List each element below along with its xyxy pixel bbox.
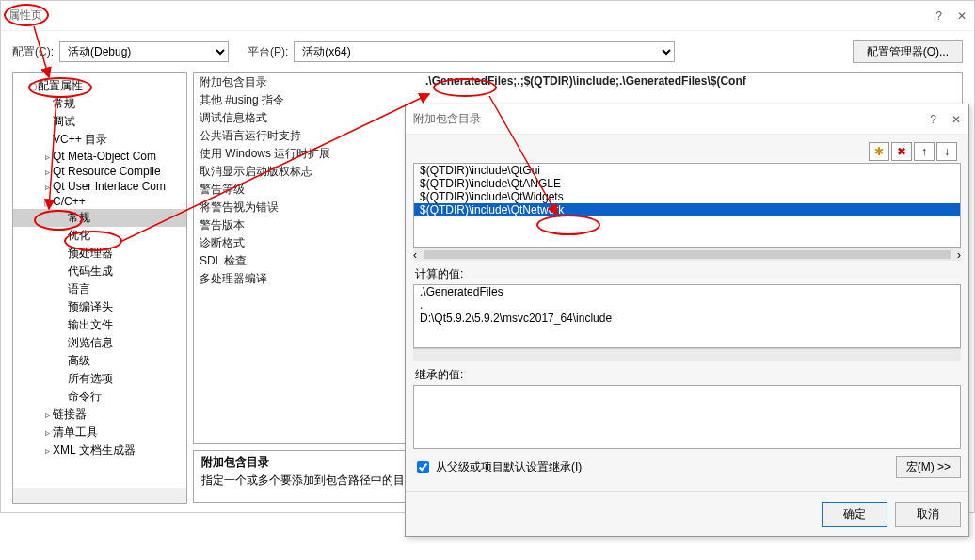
platform-select[interactable]: 活动(x64)	[294, 41, 675, 62]
close-icon[interactable]: ✕	[957, 9, 967, 23]
inherited-listbox	[413, 385, 961, 449]
list-item[interactable]: $(QTDIR)\include\QtGui	[414, 164, 960, 177]
main-title: 属性页	[8, 8, 935, 24]
inherit-check-input[interactable]	[417, 461, 429, 473]
macros-button[interactable]: 宏(M) >>	[896, 456, 961, 478]
tree-item[interactable]: ▹XML 文档生成器	[13, 441, 186, 459]
help-icon[interactable]: ?	[935, 9, 942, 23]
dialog-toolbar: ✱ ✖ ↑ ↓	[413, 140, 961, 163]
list-item: .\GeneratedFiles	[414, 285, 960, 298]
tree-item[interactable]: ▹Qt Meta-Object Com	[13, 149, 186, 164]
new-line-button[interactable]: ✱	[869, 142, 889, 161]
tree-h-scroll[interactable]	[13, 488, 186, 503]
tree-item[interactable]: 调试	[13, 113, 186, 131]
tree-view[interactable]: ▢配置属性常规调试VC++ 目录▹Qt Meta-Object Com▹Qt R…	[13, 73, 186, 503]
tree-item[interactable]: 预编译头	[13, 298, 186, 316]
tree-item[interactable]: ▹链接器	[13, 406, 186, 424]
tree-item[interactable]: ▢C/C++	[13, 194, 186, 209]
tree-item[interactable]: ▹清单工具	[13, 424, 186, 441]
tree-item[interactable]: 命令行	[13, 388, 186, 406]
tree-item[interactable]: 浏览信息	[13, 334, 186, 352]
platform-label: 平台(P):	[248, 44, 288, 60]
tree-item[interactable]: ▢配置属性	[13, 77, 186, 95]
list-item[interactable]: $(QTDIR)\include\QtNetwork	[414, 203, 960, 216]
computed-listbox: .\GeneratedFiles.D:\Qt5.9.2\5.9.2\msvc20…	[413, 284, 961, 348]
include-dirs-dialog: 附加包含目录 ? ✕ ✱ ✖ ↑ ↓ $(QTDIR)\include\QtGu…	[405, 104, 969, 537]
tree-item[interactable]: 常规	[13, 209, 186, 227]
tree-item[interactable]: ▹Qt Resource Compile	[13, 164, 186, 179]
tree-item[interactable]: 常规	[13, 95, 186, 113]
main-titlebar: 属性页 ? ✕	[1, 1, 974, 31]
list-item[interactable]: $(QTDIR)\include\QtWidgets	[414, 190, 960, 203]
list-item[interactable]: $(QTDIR)\include\QtANGLE	[414, 177, 960, 190]
grid-row[interactable]: 附加包含目录.\GeneratedFiles;.;$(QTDIR)\includ…	[194, 73, 962, 91]
inherited-label: 继承的值:	[415, 367, 959, 383]
tree-item[interactable]: VC++ 目录	[13, 131, 186, 149]
config-row: 配置(C): 活动(Debug) 平台(P): 活动(x64) 配置管理器(O)…	[1, 31, 974, 72]
list-item: D:\Qt5.9.2\5.9.2\msvc2017_64\include	[414, 312, 960, 325]
dirs-listbox[interactable]: $(QTDIR)\include\QtGui$(QTDIR)\include\Q…	[413, 163, 961, 248]
tree-item[interactable]: 预处理器	[13, 245, 186, 263]
config-label: 配置(C):	[12, 44, 54, 60]
dialog-title: 附加包含目录	[413, 111, 930, 127]
move-down-button[interactable]: ↓	[936, 142, 957, 161]
tree-item[interactable]: 语言	[13, 280, 186, 298]
tree-item[interactable]: 所有选项	[13, 370, 186, 388]
computed-label: 计算的值:	[415, 266, 959, 282]
tree-item[interactable]: 代码生成	[13, 263, 186, 280]
ok-button[interactable]: 确定	[822, 502, 887, 527]
tree-item[interactable]: 高级	[13, 352, 186, 370]
delete-button[interactable]: ✖	[891, 142, 912, 161]
close-icon[interactable]: ✕	[951, 113, 961, 126]
move-up-button[interactable]: ↑	[914, 142, 935, 161]
config-select[interactable]: 活动(Debug)	[59, 41, 229, 62]
list-item: .	[414, 298, 960, 312]
cancel-button[interactable]: 取消	[895, 502, 961, 527]
help-icon[interactable]: ?	[930, 113, 936, 126]
config-manager-button[interactable]: 配置管理器(O)...	[853, 40, 963, 63]
tree-item[interactable]: 优化	[13, 227, 186, 245]
tree-item[interactable]: 输出文件	[13, 316, 186, 334]
tree-item[interactable]: ▹Qt User Interface Com	[13, 179, 186, 194]
tree-panel: ▢配置属性常规调试VC++ 目录▹Qt Meta-Object Com▹Qt R…	[12, 72, 187, 504]
inherit-checkbox[interactable]: 从父级或项目默认设置继承(I)	[413, 458, 582, 476]
